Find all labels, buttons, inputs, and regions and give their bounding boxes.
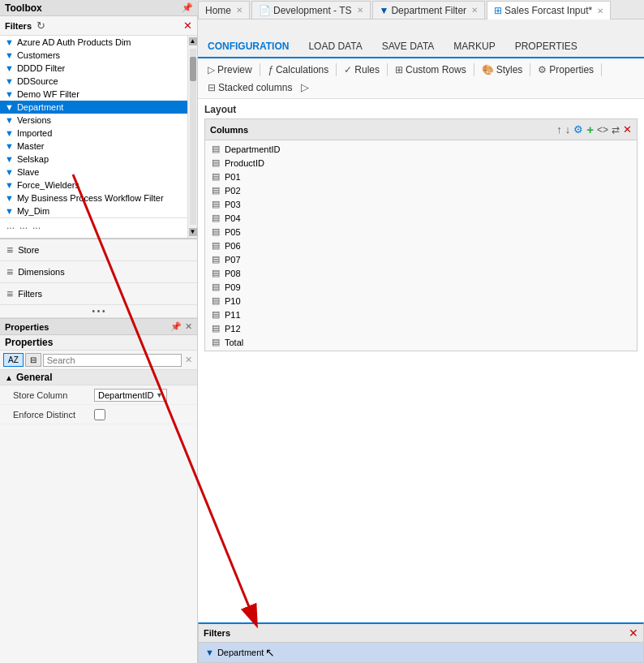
col-icon-p01: ▤ — [212, 171, 220, 182]
tab-sales-forecast[interactable]: ⊞ Sales Forcast Input* ✕ — [487, 1, 611, 19]
col-item-total[interactable]: ▤ Total — [205, 335, 637, 349]
col-item-p05[interactable]: ▤ P05 — [205, 225, 637, 239]
filter-name-customers: Customers — [17, 50, 60, 60]
properties-action-button[interactable]: ⚙ Properties — [533, 62, 599, 78]
tab-department-filter-close[interactable]: ✕ — [471, 6, 478, 15]
col-item-p12[interactable]: ▤ P12 — [205, 321, 637, 335]
filter-item-customers[interactable]: ▼ Customers — [0, 49, 187, 62]
filter-item-demo-wf[interactable]: ▼ Demo WF Filter — [0, 88, 187, 101]
calculations-button[interactable]: ƒ Calculations — [263, 61, 334, 78]
filter-name-dddd: DDDD Filter — [17, 63, 65, 73]
props-general-header[interactable]: ▲ General — [0, 370, 197, 385]
filter-item-master[interactable]: ▼ Master — [0, 140, 187, 153]
nav-item-store[interactable]: ≡ Store — [0, 239, 197, 261]
config-tab-markup[interactable]: MARKUP — [444, 36, 504, 57]
nav-dimensions-icon: ≡ — [6, 265, 13, 278]
col-item-p04[interactable]: ▤ P04 — [205, 211, 637, 225]
filter-icon-versions: ▼ — [5, 115, 14, 125]
col-item-p08[interactable]: ▤ P08 — [205, 266, 637, 280]
col-swap-icon[interactable]: ⇄ — [612, 124, 620, 136]
col-add-icon[interactable]: + — [586, 123, 594, 136]
filter-icon-slave: ▼ — [5, 167, 14, 177]
config-tab-save-data[interactable]: SAVE DATA — [372, 36, 444, 57]
col-sort-down-icon[interactable]: ↓ — [565, 123, 571, 136]
col-item-p02[interactable]: ▤ P02 — [205, 183, 637, 197]
stacked-columns-icon: ⊟ — [208, 82, 216, 93]
filters-bottom-close-icon[interactable]: ✕ — [629, 626, 638, 639]
nav-section: ≡ Store ≡ Dimensions ≡ Filters • • • — [0, 239, 197, 318]
filter-item-versions[interactable]: ▼ Versions — [0, 114, 187, 127]
tab-department-filter[interactable]: ▼ Department Filter ✕ — [372, 1, 486, 19]
props-enforce-distinct-row: Enforce Distinct — [0, 405, 197, 424]
col-delete-icon[interactable]: ✕ — [623, 123, 632, 136]
col-item-productid[interactable]: ▤ ProductID — [205, 156, 637, 170]
tab-development-ts[interactable]: 📄 Development - TS ✕ — [251, 1, 371, 19]
filter-item-department[interactable]: ▼ Department — [0, 101, 187, 114]
props-close-icon[interactable]: ✕ — [185, 321, 192, 332]
preview-button[interactable]: ▷ Preview — [203, 62, 257, 78]
custom-rows-button[interactable]: ⊞ Custom Rows — [390, 62, 471, 78]
toolbox-header: Toolbox 📌 — [0, 0, 198, 16]
config-tab-configuration[interactable]: CONFIGURATION — [198, 36, 298, 58]
props-enforce-distinct-checkbox[interactable] — [94, 409, 105, 420]
filter-item-slave[interactable]: ▼ Slave — [0, 166, 187, 179]
filter-list-more: ......... — [0, 217, 187, 233]
filter-item-dddd[interactable]: ▼ DDDD Filter — [0, 62, 187, 75]
col-item-p06[interactable]: ▤ P06 — [205, 239, 637, 252]
col-item-p07[interactable]: ▤ P07 — [205, 252, 637, 266]
styles-button[interactable]: 🎨 Styles — [477, 62, 528, 78]
tab-development-ts-close[interactable]: ✕ — [357, 6, 363, 15]
col-item-p01[interactable]: ▤ P01 — [205, 170, 637, 183]
filter-list[interactable]: ▼ Azure AD Auth Products Dim ▼ Customers… — [0, 36, 197, 239]
col-sort-up-icon[interactable]: ↑ — [556, 123, 562, 136]
toolbox-title: Toolbox — [5, 2, 42, 14]
props-pin-icon[interactable]: 📌 — [170, 321, 182, 332]
tab-home-close[interactable]: ✕ — [236, 6, 243, 15]
col-item-p11[interactable]: ▤ P11 — [205, 308, 637, 321]
nav-more-dots[interactable]: • • • — [0, 305, 197, 318]
props-panel-controls: 📌 ✕ — [170, 321, 192, 332]
col-gear-icon[interactable]: ⚙ — [573, 123, 583, 136]
props-sort-alpha-btn[interactable]: AZ — [3, 353, 24, 367]
props-search-input[interactable] — [43, 354, 182, 367]
filter-item-azure-ad[interactable]: ▼ Azure AD Auth Products Dim — [0, 36, 187, 49]
filter-item-ddsource[interactable]: ▼ DDSource — [0, 75, 187, 88]
filter-item-imported[interactable]: ▼ Imported — [0, 127, 187, 140]
filter-item-selskap[interactable]: ▼ Selskap — [0, 153, 187, 166]
nav-item-filters[interactable]: ≡ Filters — [0, 283, 197, 305]
col-name-p03: P03 — [225, 200, 241, 209]
stacked-columns-button[interactable]: ⊟ Stacked columns — [203, 80, 297, 96]
nav-item-dimensions[interactable]: ≡ Dimensions — [0, 261, 197, 283]
col-item-departmentid[interactable]: ▤ DepartmentID — [205, 142, 637, 156]
action-more-icon[interactable]: ▷ — [298, 79, 312, 96]
props-sort-category-btn[interactable]: ⊟ — [25, 353, 41, 367]
props-search-clear-icon[interactable]: ✕ — [183, 355, 194, 365]
tab-sales-forecast-close[interactable]: ✕ — [597, 6, 603, 15]
refresh-icon[interactable]: ↻ — [36, 19, 45, 32]
filters-close-icon[interactable]: ✕ — [183, 19, 192, 32]
columns-title: Columns — [210, 125, 553, 135]
filter-name-my-dim: My_Dim — [17, 206, 49, 216]
action-sep-6 — [601, 63, 602, 76]
rules-button[interactable]: ✓ Rules — [339, 62, 384, 78]
col-item-p09[interactable]: ▤ P09 — [205, 280, 637, 294]
col-name-p06: P06 — [225, 241, 241, 251]
config-tab-load-data[interactable]: LOAD DATA — [298, 36, 371, 57]
col-item-p03[interactable]: ▤ P03 — [205, 197, 637, 211]
props-store-column-dropdown[interactable]: DepartmentID ▼ — [94, 389, 167, 402]
tab-home[interactable]: Home ✕ — [198, 1, 250, 19]
filter-item-my-dim[interactable]: ▼ My_Dim — [0, 204, 187, 217]
filter-item-my-business[interactable]: ▼ My Business Process Workflow Filter — [0, 192, 187, 204]
columns-panel: Columns ↑ ↓ ⚙ + <> ⇄ ✕ ▤ DepartmentID ▤ … — [204, 118, 638, 351]
col-item-p10[interactable]: ▤ P10 — [205, 294, 637, 308]
config-tab-properties[interactable]: PROPERTIES — [505, 36, 587, 57]
filters-bottom-item[interactable]: ▼ Department ↖ — [199, 643, 643, 662]
col-name-departmentid: DepartmentID — [225, 144, 280, 154]
filter-name-force-wielders: Force_Wielders — [17, 180, 79, 190]
col-code-icon[interactable]: <> — [597, 124, 608, 136]
filter-icon-demo-wf: ▼ — [5, 89, 14, 99]
col-name-p10: P10 — [225, 296, 241, 306]
config-tabs: CONFIGURATION LOAD DATA SAVE DATA MARKUP… — [198, 36, 644, 58]
col-name-p02: P02 — [225, 186, 241, 196]
filter-item-force-wielders[interactable]: ▼ Force_Wielders — [0, 179, 187, 192]
